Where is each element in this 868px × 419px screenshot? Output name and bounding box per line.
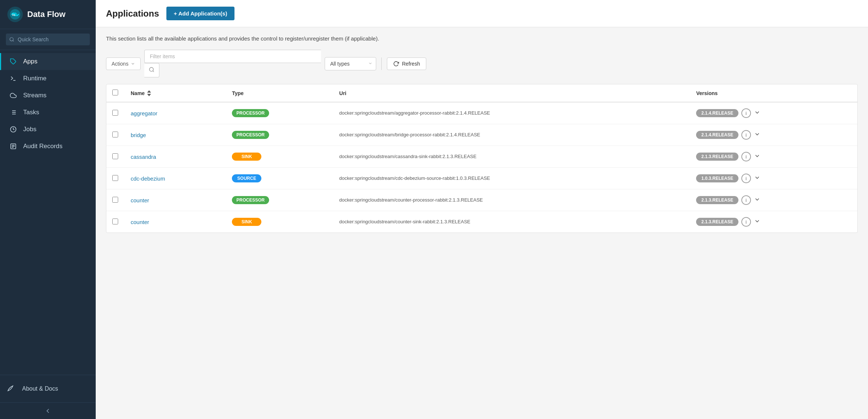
row-actions: 1.0.3.RELEASE i [696, 174, 851, 183]
row-name-cell: aggregator [125, 102, 226, 124]
expand-button[interactable] [754, 218, 761, 226]
type-badge: PROCESSOR [232, 131, 269, 139]
col-name: Name [125, 84, 226, 102]
sidebar-collapse-button[interactable] [0, 402, 96, 419]
expand-button[interactable] [754, 109, 761, 118]
filter-items-input[interactable] [144, 50, 321, 63]
col-select-all [106, 84, 125, 102]
expand-button[interactable] [754, 174, 761, 183]
row-uri-cell: docker:springcloudstream/counter-process… [334, 189, 691, 211]
sidebar-item-about-docs[interactable]: About & Docs [7, 381, 88, 397]
row-checkbox[interactable] [112, 197, 118, 203]
svg-text:01: 01 [12, 13, 15, 17]
row-actions: 2.1.3.RELEASE i [696, 195, 851, 205]
uri-text: docker:springcloudstream/cdc-debezium-so… [339, 175, 490, 181]
sort-icon[interactable] [147, 90, 151, 96]
row-actions: 2.1.4.RELEASE i [696, 130, 851, 140]
row-type-cell: SINK [226, 146, 333, 168]
sidebar-logo: 01 Data Flow [0, 0, 96, 29]
svg-line-5 [13, 41, 14, 42]
row-type-cell: PROCESSOR [226, 189, 333, 211]
info-button[interactable]: i [741, 130, 751, 140]
sidebar-item-runtime[interactable]: Runtime [0, 70, 96, 87]
row-checkbox[interactable] [112, 219, 118, 224]
app-name-link[interactable]: cassandra [131, 154, 156, 160]
sidebar-item-apps[interactable]: Apps [0, 53, 96, 70]
sidebar-item-streams-label: Streams [23, 92, 46, 99]
row-checkbox-cell [106, 102, 125, 124]
type-badge: SINK [232, 153, 261, 161]
toolbar: Actions All types Source Sink [106, 50, 858, 77]
type-filter-select[interactable]: All types Source Sink Processor Task [325, 57, 376, 70]
info-button[interactable]: i [741, 108, 751, 118]
expand-button[interactable] [754, 153, 761, 161]
filter-search-button[interactable] [144, 63, 159, 77]
row-checkbox[interactable] [112, 110, 118, 116]
row-versions-cell: 2.1.4.RELEASE i [690, 102, 857, 124]
cloud-icon [8, 92, 18, 99]
info-button[interactable]: i [741, 217, 751, 227]
row-type-cell: PROCESSOR [226, 102, 333, 124]
app-name-link[interactable]: counter [131, 197, 149, 203]
refresh-label: Refresh [402, 61, 420, 67]
actions-label: Actions [112, 61, 128, 67]
type-badge: PROCESSOR [232, 196, 269, 204]
app-name-link[interactable]: counter [131, 219, 149, 225]
applications-table: Name Type Uri Versions [106, 84, 857, 233]
refresh-button[interactable]: Refresh [387, 57, 426, 70]
chevron-down-icon [754, 131, 761, 137]
sidebar-item-streams[interactable]: Streams [0, 87, 96, 104]
row-checkbox-cell [106, 146, 125, 168]
sidebar-item-tasks[interactable]: Tasks [0, 104, 96, 121]
app-name-link[interactable]: cdc-debezium [131, 175, 165, 182]
app-name-link[interactable]: bridge [131, 132, 146, 138]
col-type: Type [226, 84, 333, 102]
row-checkbox[interactable] [112, 175, 118, 181]
info-button[interactable]: i [741, 152, 751, 161]
leaf-icon [7, 385, 17, 393]
search-icon [9, 37, 14, 42]
info-button[interactable]: i [741, 195, 751, 205]
quick-search-input[interactable] [6, 34, 90, 45]
about-docs-label: About & Docs [22, 385, 58, 392]
row-name-cell: counter [125, 211, 226, 233]
col-versions: Versions [690, 84, 857, 102]
type-badge: SINK [232, 218, 261, 226]
sidebar-nav: Apps Runtime Streams [0, 50, 96, 375]
row-checkbox[interactable] [112, 153, 118, 159]
row-uri-cell: docker:springcloudstream/bridge-processo… [334, 124, 691, 146]
chevron-down-icon [754, 196, 761, 203]
row-checkbox-cell [106, 168, 125, 189]
page-header: Applications + Add Application(s) [96, 0, 868, 27]
filter-search-icon [149, 67, 155, 73]
filter-input-wrapper [144, 50, 321, 77]
version-badge: 2.1.4.RELEASE [696, 131, 738, 139]
row-uri-cell: docker:springcloudstream/cdc-debezium-so… [334, 168, 691, 189]
version-badge: 2.1.3.RELEASE [696, 218, 738, 226]
page-title: Applications [106, 8, 159, 19]
uri-text: docker:springcloudstream/cassandra-sink-… [339, 154, 477, 159]
sidebar-search-section [0, 29, 96, 50]
select-all-checkbox[interactable] [112, 90, 118, 95]
row-actions: 2.1.3.RELEASE i [696, 152, 851, 161]
sidebar-logo-text: Data Flow [27, 10, 66, 19]
version-badge: 2.1.3.RELEASE [696, 153, 738, 161]
svg-point-19 [149, 67, 154, 71]
expand-button[interactable] [754, 196, 761, 205]
sidebar-item-audit-records[interactable]: Audit Records [0, 138, 96, 155]
sidebar-item-jobs[interactable]: Jobs [0, 121, 96, 138]
row-checkbox[interactable] [112, 132, 118, 137]
table-row: bridge PROCESSOR docker:springcloudstrea… [106, 124, 857, 146]
actions-button[interactable]: Actions [106, 57, 141, 70]
add-application-button[interactable]: + Add Application(s) [166, 7, 234, 20]
row-checkbox-cell [106, 124, 125, 146]
row-type-cell: PROCESSOR [226, 124, 333, 146]
refresh-icon [393, 61, 399, 67]
expand-button[interactable] [754, 131, 761, 139]
info-button[interactable]: i [741, 174, 751, 183]
app-name-link[interactable]: aggregator [131, 110, 158, 116]
table-row: cdc-debezium SOURCE docker:springcloudst… [106, 168, 857, 189]
jobs-icon [8, 126, 18, 133]
uri-text: docker:springcloudstream/aggregator-proc… [339, 110, 490, 116]
table-row: counter PROCESSOR docker:springcloudstre… [106, 189, 857, 211]
